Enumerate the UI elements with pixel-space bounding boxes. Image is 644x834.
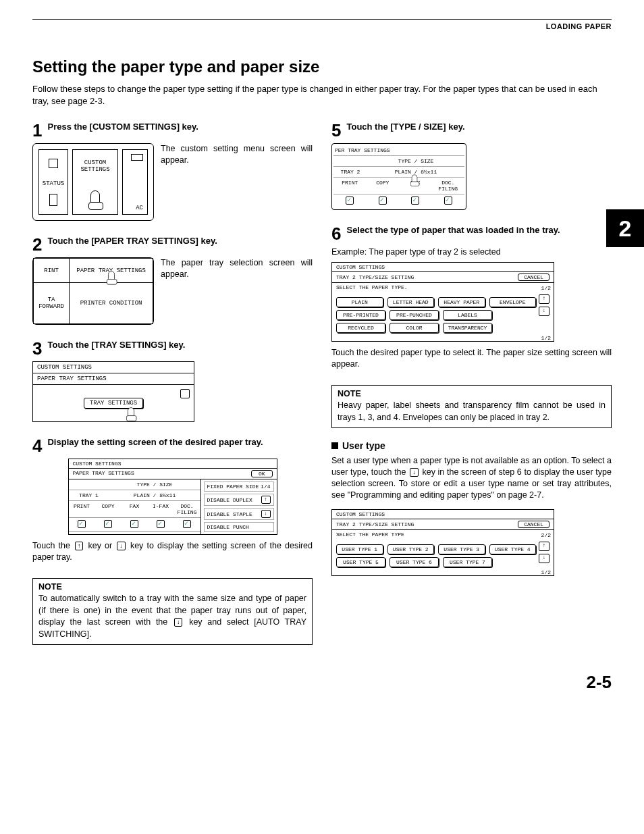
up-key-icon: ↑ (75, 542, 84, 550)
scroll-up-icon[interactable]: ↑ (261, 496, 271, 504)
button-icon (49, 194, 57, 206)
col-ifax: I-FAX (148, 501, 174, 517)
down-key-icon: ↓ (410, 468, 419, 477)
note-label: NOTE (33, 579, 312, 594)
col-copy: COPY (367, 178, 400, 194)
step-title: Select the type of paper that was loaded… (346, 225, 612, 236)
user-type-1[interactable]: USER TYPE 1 (336, 544, 383, 554)
check-icon[interactable] (157, 520, 165, 528)
user-type-5[interactable]: USER TYPE 5 (336, 557, 385, 567)
scroll-up-icon[interactable]: ↑ (539, 294, 549, 304)
paper-type-transparency[interactable]: TRANSPARENCY (443, 323, 492, 333)
step-number: 1 (32, 122, 42, 139)
paper-type-plain[interactable]: PLAIN (336, 297, 383, 307)
col-docfiling: DOC. FILING (432, 178, 465, 194)
step-3: 3 Touch the [TRAY SETTINGS] key. CUSTOM … (32, 340, 313, 422)
check-icon[interactable] (130, 520, 138, 528)
user-type-2[interactable]: USER TYPE 2 (387, 544, 435, 554)
paper-type-labels[interactable]: LABELS (443, 310, 492, 320)
intro-paragraph: Follow these steps to change the paper t… (32, 83, 612, 107)
footer-page-indicator: 1/2 (541, 335, 551, 341)
step-5: 5 Touch the [TYPE / SIZE] key. PER TRAY … (331, 122, 612, 210)
step-title: Touch the [TRAY SETTINGS] key. (47, 340, 313, 351)
col-fax: FAX (122, 501, 148, 517)
custom-settings-label: CUSTOM SETTINGS (73, 159, 117, 173)
user-type-4[interactable]: USER TYPE 4 (489, 544, 537, 554)
user-type-select-illustration: CUSTOM SETTINGS TRAY 2 TYPE/SIZE SETTING… (331, 509, 554, 576)
paper-type-recycled[interactable]: RECYCLED (336, 323, 385, 333)
cancel-button[interactable]: CANCEL (518, 521, 549, 528)
user-type-7[interactable]: USER TYPE 7 (443, 557, 492, 567)
type-size-key-illustration: PER TRAY SETTINGS TYPE / SIZE TRAY 2 PLA… (331, 143, 466, 210)
page-indicator: 1/2 (541, 285, 551, 291)
opt-disable-staple[interactable]: DISABLE STAPLE (207, 511, 252, 517)
down-key-icon: ↓ (117, 542, 126, 550)
check-icon[interactable] (411, 197, 419, 205)
top-rule (32, 19, 612, 20)
nav-button-icon[interactable] (180, 389, 190, 398)
step-description: Touch the desired paper type to select i… (331, 347, 612, 370)
col-print: PRINT (69, 501, 95, 517)
page-indicator: 1/4 (261, 484, 270, 490)
finger-press-icon (128, 407, 134, 417)
ok-button[interactable]: OK (251, 470, 273, 477)
select-paper-type-prompt: SELECT THE PAPER TYPE (336, 531, 404, 538)
breadcrumb-tray2-setting: TRAY 2 TYPE/SIZE SETTING (336, 521, 414, 527)
scroll-up-icon[interactable]: ↑ (539, 542, 549, 551)
check-icon[interactable] (379, 197, 387, 205)
scroll-down-icon[interactable]: ↓ (261, 510, 271, 518)
check-icon[interactable] (104, 520, 112, 528)
paper-type-pre-punched[interactable]: PRE-PUNCHED (390, 310, 439, 320)
check-icon[interactable] (78, 520, 86, 528)
paper-type-pre-printed[interactable]: PRE-PRINTED (336, 310, 385, 320)
paper-type-heavy-paper[interactable]: HEAVY PAPER (438, 297, 485, 307)
chapter-tab: 2 (606, 209, 644, 247)
indicator-icon (131, 154, 143, 161)
step-title: Touch the [PAPER TRAY SETTINGS] key. (47, 236, 313, 247)
type-size-header: TYPE / SIZE (367, 156, 464, 166)
col-docfiling: DOC. FILING (174, 501, 200, 517)
note-body: Heavy paper, label sheets and transparen… (332, 400, 611, 427)
breadcrumb-tray2-setting: TRAY 2 TYPE/SIZE SETTING (336, 274, 414, 280)
led-icon (49, 159, 58, 168)
user-type-3[interactable]: USER TYPE 3 (438, 544, 485, 554)
page-title: Setting the paper type and paper size (32, 57, 612, 76)
note-auto-tray-switching: NOTE To automatically switch to a tray w… (32, 578, 313, 646)
ac-label: AC (136, 205, 143, 211)
user-type-section: User type Set a user type when a paper t… (331, 440, 612, 576)
scroll-down-icon[interactable]: ↓ (539, 307, 549, 316)
col-print: PRINT (333, 178, 367, 194)
paper-type-select-illustration: CUSTOM SETTINGS TRAY 2 TYPE/SIZE SETTING… (331, 262, 554, 342)
tray-setting-screen-illustration: CUSTOM SETTINGS PAPER TRAY SETTINGS OK T… (68, 459, 277, 535)
tray-value: PLAIN / 8½x11 (395, 169, 437, 175)
breadcrumb-tray-settings: PER TRAY SETTINGS (333, 145, 464, 155)
tray-label: TRAY 2 (333, 167, 367, 177)
step-2: 2 Touch the [PAPER TRAY SETTINGS] key. R… (32, 236, 313, 325)
paper-type-color[interactable]: COLOR (390, 323, 439, 333)
opt-disable-punch[interactable]: DISABLE PUNCH (207, 524, 249, 530)
check-icon[interactable] (183, 520, 191, 528)
page-number: 2-5 (32, 672, 612, 693)
page-indicator: 2/2 (541, 532, 551, 538)
tray-label: TRAY 1 (69, 490, 109, 500)
running-header: LOADING PAPER (32, 22, 612, 30)
cell-printer-condition: PRINTER CONDITION (70, 283, 153, 324)
step-number: 5 (331, 122, 341, 139)
note-paper-restrictions: NOTE Heavy paper, label sheets and trans… (331, 385, 612, 429)
opt-fixed-paper-side[interactable]: FIXED PAPER SIDE (207, 484, 259, 490)
step-title: Display the setting screen of the desire… (47, 437, 313, 448)
scroll-down-icon[interactable]: ↓ (539, 554, 549, 563)
step-6: 6 Select the type of paper that was load… (331, 225, 612, 370)
step-4: 4 Display the setting screen of the desi… (32, 437, 313, 563)
tray-settings-button[interactable]: TRAY SETTINGS (84, 398, 143, 409)
paper-tray-settings-illustration: RINT PAPER TRAY SETTINGS TA FORWARD PRIN… (32, 257, 154, 325)
paper-type-letter-head[interactable]: LETTER HEAD (387, 297, 435, 307)
breadcrumb-paper-tray-settings: PAPER TRAY SETTINGS (37, 375, 107, 382)
paper-type-envelope[interactable]: ENVELOPE (489, 297, 537, 307)
custom-settings-key-illustration: STATUS CUSTOM SETTINGS AC (32, 143, 154, 221)
check-icon[interactable] (346, 197, 354, 205)
cancel-button[interactable]: CANCEL (518, 273, 549, 281)
check-icon[interactable] (444, 197, 452, 205)
user-type-6[interactable]: USER TYPE 6 (390, 557, 439, 567)
opt-disable-duplex[interactable]: DISABLE DUPLEX (207, 497, 252, 503)
